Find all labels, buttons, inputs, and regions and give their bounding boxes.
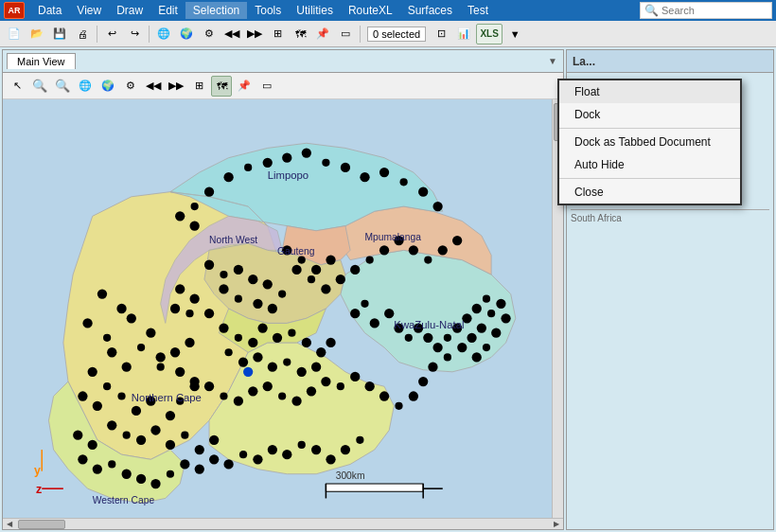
svg-point-129 [282, 153, 291, 163]
toolbar-btn-undo[interactable]: ↩ [101, 24, 122, 44]
svg-text:Northern Cape: Northern Cape [132, 392, 202, 403]
map-tool-extra[interactable]: ▭ [256, 76, 277, 97]
scroll-right-arrow[interactable]: ▶ [552, 520, 561, 528]
svg-text:300km: 300km [336, 470, 365, 481]
toolbar-btn-sel4[interactable]: ▼ [504, 24, 525, 44]
toolbar-btn-layer[interactable]: 🗺 [290, 24, 310, 44]
menu-test[interactable]: Test [460, 2, 496, 19]
svg-point-107 [336, 275, 345, 284]
svg-point-131 [322, 159, 329, 167]
svg-point-73 [204, 381, 214, 391]
map-tool-select[interactable]: ↖ [7, 76, 27, 97]
svg-point-127 [244, 164, 252, 171]
main-content: Main View ▼ ↖ 🔍 🔍 🌐 🌍 ⚙ ◀◀ ▶▶ ⊞ 🗺 📌 ▭ [0, 47, 776, 532]
svg-point-18 [166, 411, 175, 420]
svg-point-66 [297, 367, 307, 377]
svg-point-77 [263, 381, 273, 391]
toolbar-btn-open[interactable]: 📂 [26, 24, 47, 44]
toolbar-btn-print[interactable]: 🖨 [72, 24, 93, 44]
svg-point-98 [483, 344, 490, 351]
map-tool-zoomin[interactable]: 🔍 [29, 76, 50, 97]
svg-point-105 [308, 275, 315, 283]
svg-point-37 [167, 470, 174, 478]
svg-point-30 [73, 430, 82, 439]
svg-point-9 [137, 344, 145, 351]
svg-point-137 [432, 202, 442, 211]
map-tab-arrow[interactable]: ▼ [546, 55, 559, 68]
map-tool-globe[interactable]: 🌐 [75, 76, 96, 97]
ctx-dock[interactable]: Dock [559, 103, 740, 126]
svg-point-118 [234, 265, 243, 275]
map-tool-nav-back[interactable]: ◀◀ [143, 76, 164, 97]
map-panel: Main View ▼ ↖ 🔍 🔍 🌐 🌍 ⚙ ◀◀ ▶▶ ⊞ 🗺 📌 ▭ [2, 49, 564, 530]
map-tool-settings[interactable]: ⚙ [120, 76, 141, 97]
scroll-left-arrow[interactable]: ◀ [5, 520, 14, 528]
menu-data[interactable]: Data [30, 2, 69, 19]
toolbar-btn-sel1[interactable]: ⊡ [431, 24, 451, 44]
svg-point-34 [122, 470, 132, 479]
ctx-separator-2 [559, 178, 740, 179]
search-box[interactable]: 🔍 [640, 2, 772, 19]
menu-draw[interactable]: Draw [109, 2, 150, 19]
map-tool-pin[interactable]: 📌 [234, 76, 255, 97]
svg-point-13 [78, 391, 87, 400]
ctx-close[interactable]: Close [559, 181, 740, 204]
menu-edit[interactable]: Edit [150, 2, 185, 19]
menu-tools[interactable]: Tools [247, 2, 289, 19]
svg-point-146 [361, 300, 368, 308]
svg-point-46 [298, 441, 306, 449]
svg-point-157 [472, 304, 482, 313]
svg-point-116 [204, 260, 214, 270]
map-tool-grid[interactable]: ⊞ [188, 76, 209, 97]
toolbar-btn-pin[interactable]: 📌 [312, 24, 333, 44]
toolbar-separator-3 [360, 26, 361, 43]
toolbar-btn-save[interactable]: 💾 [49, 24, 70, 44]
svg-point-139 [191, 203, 199, 210]
svg-point-60 [326, 338, 335, 347]
svg-point-48 [326, 454, 335, 464]
svg-point-3 [82, 318, 92, 328]
svg-point-91 [457, 343, 467, 352]
toolbar-btn-grid[interactable]: ⊞ [267, 24, 288, 44]
ctx-dock-tabbed[interactable]: Dock as Tabbed Document [559, 131, 740, 153]
scroll-thumb-h[interactable] [18, 520, 65, 529]
toolbar-btn-globe[interactable]: 🌐 [153, 24, 174, 44]
map-tool-zoomout[interactable]: 🔍 [52, 76, 73, 97]
toolbar-btn-back[interactable]: ◀◀ [221, 24, 242, 44]
svg-point-1 [97, 289, 107, 298]
menu-view[interactable]: View [69, 2, 109, 19]
svg-point-97 [491, 328, 501, 338]
toolbar-btn-sel3[interactable]: XLS [476, 24, 503, 44]
search-input[interactable] [661, 5, 766, 16]
menu-surfaces[interactable]: Surfaces [400, 2, 460, 19]
svg-point-152 [423, 333, 432, 343]
svg-text:North West: North West [209, 235, 257, 245]
toolbar-separator-1 [97, 26, 97, 43]
map-tool-globe2[interactable]: 🌍 [97, 76, 118, 97]
map-tool-layer[interactable]: 🗺 [211, 76, 232, 97]
svg-point-33 [108, 460, 115, 468]
toolbar-btn-globe2[interactable]: 🌍 [176, 24, 197, 44]
menu-routexl[interactable]: RouteXL [341, 2, 400, 19]
toolbar-btn-fwd[interactable]: ▶▶ [244, 24, 265, 44]
svg-point-145 [350, 309, 360, 318]
ctx-separator-1 [559, 128, 740, 129]
toolbar-btn-extra[interactable]: ▭ [335, 24, 356, 44]
map-scrollbar-horizontal[interactable]: ◀ ▶ [3, 518, 563, 529]
menu-utilities[interactable]: Utilities [289, 2, 341, 19]
toolbar-btn-sel2[interactable]: 📊 [453, 24, 474, 44]
svg-point-28 [209, 435, 219, 445]
map-view[interactable]: Limpopo Mpumalanga Gauteng North West No… [3, 99, 552, 518]
svg-point-135 [400, 178, 408, 186]
toolbar-btn-new[interactable]: 📄 [4, 24, 25, 44]
svg-point-39 [195, 464, 204, 473]
map-tool-nav-fwd[interactable]: ▶▶ [166, 76, 186, 97]
toolbar-btn-settings[interactable]: ⚙ [199, 24, 220, 44]
ctx-auto-hide[interactable]: Auto Hide [559, 153, 740, 176]
svg-point-7 [107, 347, 116, 357]
ctx-float[interactable]: Float [559, 80, 740, 103]
svg-point-126 [223, 172, 233, 182]
toolbar-btn-redo[interactable]: ↪ [124, 24, 145, 44]
main-view-tab[interactable]: Main View [7, 53, 76, 69]
menu-selection[interactable]: Selection [185, 2, 247, 19]
